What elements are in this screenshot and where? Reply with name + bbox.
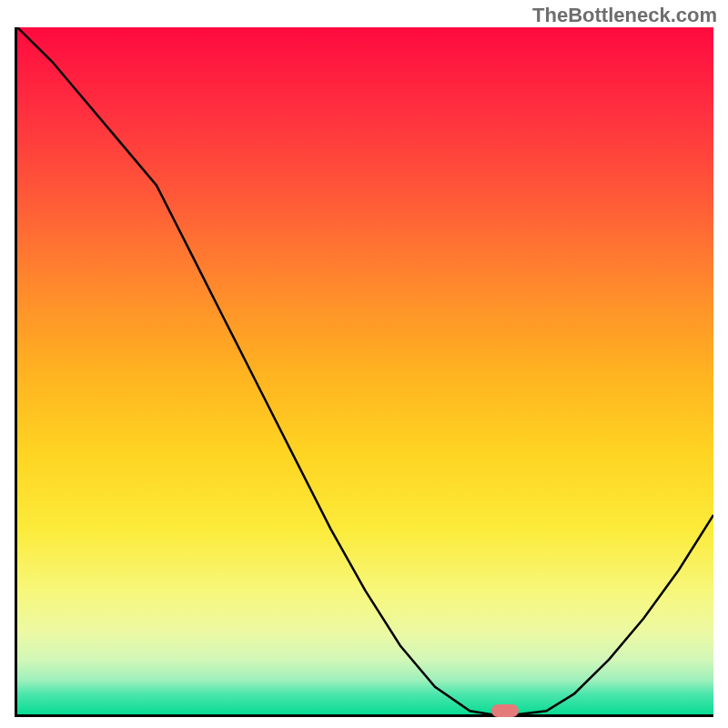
chart-line <box>17 27 713 714</box>
chart-line-svg <box>17 27 713 714</box>
chart-plot-area <box>15 27 713 717</box>
chart-marker <box>491 704 519 717</box>
watermark-text: TheBottleneck.com <box>532 4 717 27</box>
